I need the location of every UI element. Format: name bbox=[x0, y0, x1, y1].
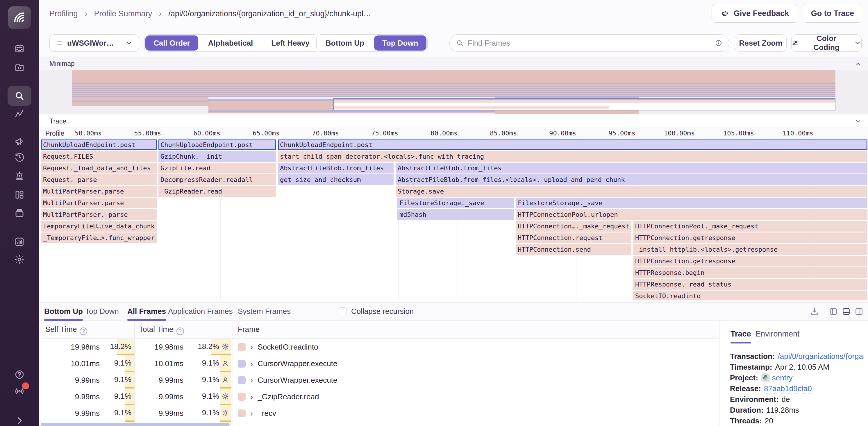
replays-icon[interactable] bbox=[14, 152, 25, 162]
flame-frame[interactable]: TemporaryFileU…ive_data_chunk bbox=[41, 221, 157, 232]
expand-chevron-icon[interactable]: › bbox=[250, 376, 253, 385]
flame-frame[interactable]: ChunkUploadEndpoint.post bbox=[158, 139, 276, 150]
details-tab-environment[interactable]: Environment bbox=[755, 325, 800, 346]
give-feedback-button[interactable]: Give Feedback bbox=[712, 4, 798, 23]
flame-frame[interactable]: AbstractFileBlob.from_files bbox=[396, 163, 867, 173]
help-circle-icon[interactable]: ? bbox=[177, 327, 184, 335]
breadcrumb-profile-summary[interactable]: Profile Summary bbox=[94, 9, 152, 18]
details-tab-trace[interactable]: Trace bbox=[731, 325, 751, 346]
flame-frame[interactable]: _install_httplib.<locals>.getresponse bbox=[633, 244, 867, 255]
direction-option-bottom-up[interactable]: Bottom Up bbox=[317, 35, 372, 51]
issues-icon[interactable] bbox=[14, 43, 25, 54]
flamegraph[interactable]: ChunkUploadEndpoint.postChunkUploadEndpo… bbox=[41, 139, 868, 300]
tab-application-frames[interactable]: Application Frames bbox=[168, 302, 233, 321]
feedback-megaphone-icon[interactable] bbox=[14, 136, 25, 146]
flame-frame[interactable]: ChunkUploadEndpoint.post bbox=[278, 139, 867, 150]
tab-system-frames[interactable]: System Frames bbox=[238, 302, 291, 321]
flame-frame[interactable]: _GzipReader.read bbox=[158, 186, 276, 197]
flame-frame[interactable]: md5hash bbox=[397, 209, 514, 220]
table-row[interactable]: 9.99ms9.1%9.99ms9.1%›_GzipReader.read bbox=[41, 389, 719, 405]
info-icon[interactable] bbox=[715, 39, 722, 47]
flame-frame[interactable]: ChunkUploadEndpoint.post bbox=[41, 139, 157, 150]
table-row[interactable]: 10.01ms9.1%10.01ms9.1%›CursorWrapper.exe… bbox=[41, 355, 719, 372]
frame-cell[interactable]: ›_GzipReader.read bbox=[238, 389, 319, 405]
table-row[interactable]: 9.99ms9.1%9.99ms9.1%›_recv bbox=[41, 405, 719, 422]
flame-frame[interactable]: Request.FILES bbox=[41, 151, 157, 162]
frame-cell[interactable]: ›SocketIO.readinto bbox=[238, 339, 318, 355]
reset-zoom-button[interactable]: Reset Zoom bbox=[735, 34, 786, 52]
table-row[interactable]: 9.99ms9.1%9.99ms9.1%›CursorWrapper.execu… bbox=[41, 372, 719, 389]
explore-active-tile[interactable] bbox=[7, 86, 31, 106]
total-time-column-header[interactable]: Total Time? bbox=[139, 325, 184, 335]
flame-frame[interactable]: HTTPResponse.begin bbox=[633, 267, 867, 278]
projects-icon[interactable] bbox=[14, 62, 25, 73]
flame-frame[interactable]: HTTPConnection.send bbox=[516, 244, 631, 255]
frame-cell[interactable]: ›CursorWrapper.execute bbox=[238, 372, 337, 389]
help-circle-icon[interactable]: ? bbox=[80, 327, 87, 335]
flame-frame[interactable]: HTTPConnection.getresponse bbox=[633, 256, 867, 266]
self-time-column-header[interactable]: Self Time? bbox=[45, 325, 87, 335]
minimap-collapse-icon[interactable] bbox=[855, 61, 862, 68]
minimap[interactable] bbox=[39, 70, 868, 114]
frame-cell[interactable]: ›_recv bbox=[238, 405, 276, 422]
flame-frame[interactable]: _TemporaryFile…>.func_wrapper bbox=[41, 232, 157, 243]
flame-frame[interactable]: HTTPConnection.request bbox=[516, 232, 631, 243]
traces-icon[interactable] bbox=[14, 109, 25, 119]
table-row[interactable]: 19.98ms18.2%19.98ms18.2%›SocketIO.readin… bbox=[41, 339, 719, 355]
expand-chevron-icon[interactable]: › bbox=[250, 342, 253, 352]
flame-frame[interactable]: Request._parse bbox=[41, 174, 157, 185]
explore-search-icon[interactable] bbox=[14, 91, 25, 101]
layout-bottom-icon[interactable] bbox=[842, 307, 850, 316]
sidebar-expand-icon[interactable] bbox=[14, 416, 25, 426]
flame-frame[interactable]: HTTPResponse._read_status bbox=[633, 279, 867, 290]
stats-icon[interactable] bbox=[14, 236, 25, 247]
sort-option-call-order[interactable]: Call Order bbox=[145, 35, 198, 51]
tab-top-down[interactable]: Top Down bbox=[85, 302, 119, 321]
flame-frame[interactable]: Storage.save bbox=[396, 186, 867, 197]
color-coding-button[interactable]: Color Coding bbox=[791, 34, 862, 52]
settings-gear-icon[interactable] bbox=[14, 254, 25, 265]
releases-box-icon[interactable] bbox=[14, 208, 25, 219]
frame-cell[interactable]: ›md5hash bbox=[238, 422, 289, 426]
trace-collapse-icon[interactable] bbox=[855, 118, 862, 125]
layout-right-icon[interactable] bbox=[855, 307, 863, 316]
flame-frame[interactable]: HTTPConnection…._make_request bbox=[516, 221, 631, 232]
alerts-siren-icon[interactable] bbox=[14, 171, 25, 181]
frame-column-header[interactable]: Frame bbox=[238, 325, 259, 334]
layout-left-icon[interactable] bbox=[829, 307, 838, 316]
thread-selector-dropdown[interactable]: uWSGIWor… bbox=[50, 34, 139, 52]
flame-frame[interactable]: MultiPartParser.parse bbox=[41, 198, 157, 208]
tab-bottom-up[interactable]: Bottom Up bbox=[44, 302, 83, 321]
minimap-viewport[interactable] bbox=[333, 98, 835, 110]
expand-chevron-icon[interactable]: › bbox=[250, 359, 253, 368]
collapse-recursion-checkbox[interactable] bbox=[338, 307, 347, 316]
flame-frame[interactable]: get_size_and_checksum bbox=[278, 174, 394, 185]
flame-frame[interactable]: AbstractFileBlob.from_files.<locals>._up… bbox=[396, 174, 867, 185]
breadcrumb-profiling[interactable]: Profiling bbox=[50, 9, 78, 18]
help-icon[interactable] bbox=[14, 369, 25, 380]
flame-frame[interactable]: FilestoreStorage._save bbox=[397, 198, 514, 208]
flame-frame[interactable]: start_child_span_decorator.<locals>.func… bbox=[278, 151, 867, 162]
find-frames-input[interactable] bbox=[468, 39, 711, 48]
detail-value[interactable]: /api/0/organizations/{organ… bbox=[778, 352, 864, 361]
flame-frame[interactable]: MultiPartParser.parse bbox=[41, 186, 157, 197]
flame-frame[interactable]: HTTPConnectionPool.urlopen bbox=[516, 209, 867, 220]
flame-frame[interactable]: HTTPConnection.getresponse bbox=[633, 232, 867, 243]
flame-frame[interactable]: HTTPConnectionPool._make_request bbox=[633, 221, 867, 232]
horizontal-scrollbar-thumb[interactable] bbox=[41, 423, 230, 426]
flame-frame[interactable]: FilestoreStorage._save bbox=[516, 198, 867, 208]
flame-frame[interactable]: Request._load_data_and_files bbox=[41, 163, 157, 173]
sort-option-left-heavy[interactable]: Left Heavy bbox=[263, 35, 318, 51]
flame-frame[interactable]: DecompressReader.readall bbox=[158, 174, 276, 185]
direction-option-top-down[interactable]: Top Down bbox=[374, 35, 427, 51]
flame-frame[interactable]: MultiPartParser._parse bbox=[41, 209, 157, 220]
expand-chevron-icon[interactable]: › bbox=[250, 392, 253, 402]
tab-all-frames[interactable]: All Frames bbox=[127, 302, 166, 321]
flame-frame[interactable]: GzipChunk.__init__ bbox=[158, 151, 276, 162]
sentry-logo-icon[interactable] bbox=[8, 6, 31, 29]
expand-chevron-icon[interactable]: › bbox=[250, 409, 253, 418]
flame-frame[interactable]: AbstractFileBlob.from_files bbox=[278, 163, 394, 173]
detail-value[interactable]: 87aab1d9cfa0 bbox=[764, 384, 812, 393]
download-icon[interactable] bbox=[810, 307, 819, 316]
go-to-trace-button[interactable]: Go to Trace bbox=[803, 4, 862, 23]
